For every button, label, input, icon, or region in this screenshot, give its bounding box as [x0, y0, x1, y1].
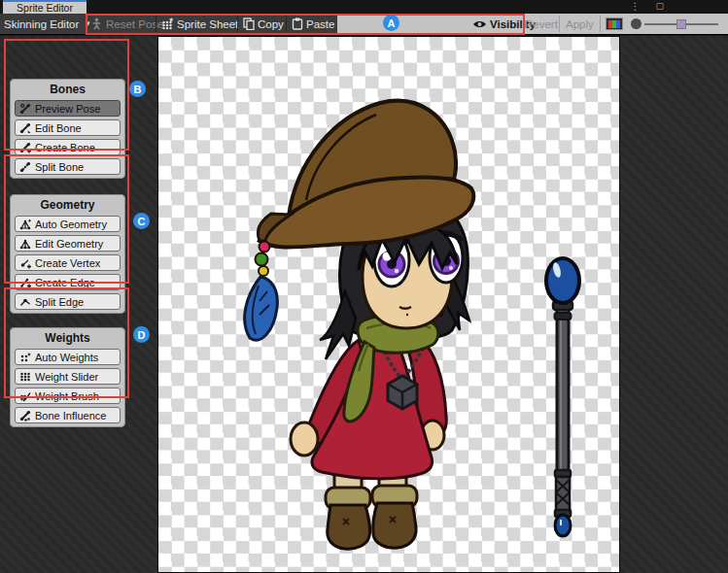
panel-button-label: Edit Bone [35, 122, 82, 134]
preview-pose-icon [19, 103, 31, 115]
copy-button[interactable]: Copy [243, 14, 284, 34]
panel-button-label: Weight Slider [35, 371, 98, 383]
zoom-slider-handle[interactable] [631, 18, 641, 29]
edit-bone-icon [19, 122, 31, 134]
panel-button-edit-geometry[interactable]: Edit Geometry [15, 235, 121, 252]
panel-title-bones: Bones [15, 83, 121, 96]
panel-button-auto-geometry[interactable]: Auto Geometry [15, 216, 121, 232]
skinning-editor-label: Skinning Editor [4, 18, 79, 30]
sprite-sheet-button[interactable]: Sprite Sheet [161, 14, 238, 34]
panel-weights: WeightsAuto WeightsWeight SliderWeight B… [10, 327, 125, 427]
panel-button-bone-influence[interactable]: Bone Influence [15, 407, 121, 423]
toolbar-separator [286, 16, 287, 32]
create-bone-icon [19, 142, 31, 153]
rgb-swatch-icon[interactable] [606, 17, 623, 30]
panel-button-label: Create Edge [35, 277, 95, 288]
panel-geometry: GeometryAuto GeometryEdit GeometryCreate… [10, 194, 125, 314]
toolbar-separator [559, 16, 560, 32]
badge-c: C [133, 213, 150, 229]
panel-button-edit-bone[interactable]: Edit Bone [15, 119, 121, 136]
panel-button-label: Split Edge [35, 296, 84, 308]
sprite-artwork [158, 37, 621, 573]
toolbar-separator [156, 16, 156, 32]
auto-geometry-icon [19, 219, 31, 230]
sprite-canvas[interactable] [157, 36, 620, 573]
panel-button-label: Edit Geometry [35, 238, 103, 250]
panel-title-geometry: Geometry [15, 198, 121, 212]
toolbar-separator [600, 16, 601, 32]
panel-button-label: Bone Influence [35, 410, 106, 421]
panel-button-label: Weight Brush [35, 390, 99, 402]
toolbar-separator [237, 16, 238, 32]
badge-a: A [383, 15, 399, 31]
bone-influence-icon [19, 410, 31, 421]
eye-icon [472, 19, 487, 29]
panel-button-label: Split Bone [35, 161, 84, 173]
create-vertex-icon [19, 257, 31, 269]
toolbar-dark-segment: Skinning Editor ▼ Reset Pose Sprite Shee… [0, 14, 337, 35]
weight-brush-icon [19, 390, 31, 402]
split-edge-icon [19, 296, 31, 308]
panel-button-label: Auto Geometry [35, 219, 107, 230]
panel-button-weight-slider[interactable]: Weight Slider [15, 368, 121, 385]
panel-button-split-edge[interactable]: Split Edge [15, 293, 121, 310]
panel-button-split-bone[interactable]: Split Bone [15, 158, 121, 175]
panel-button-auto-weights[interactable]: Auto Weights [15, 349, 121, 365]
revert-button[interactable]: Revert [525, 14, 558, 34]
apply-button[interactable]: Apply [566, 14, 594, 34]
weight-slider-icon [19, 371, 31, 383]
reset-pose-button[interactable]: Reset Pose [90, 14, 163, 34]
paste-button[interactable]: Paste [292, 14, 334, 34]
split-bone-icon [19, 161, 31, 173]
copy-icon [243, 17, 255, 30]
panel-button-create-bone[interactable]: Create Bone [15, 139, 121, 155]
staff-sprite [546, 258, 579, 536]
paste-icon [292, 17, 303, 30]
panel-button-weight-brush[interactable]: Weight Brush [15, 388, 121, 404]
maximize-icon[interactable]: ▢ [655, 1, 664, 12]
editor-main-area: BonesPreview PoseEdit BoneCreate BoneSpl… [0, 36, 728, 573]
panel-button-create-edge[interactable]: Create Edge [15, 274, 121, 290]
auto-weights-icon [19, 352, 31, 363]
panel-button-label: Auto Weights [35, 352, 98, 363]
badge-b: B [129, 81, 146, 97]
panel-button-create-vertex[interactable]: Create Vertex [15, 254, 121, 271]
skinning-editor-dropdown[interactable]: Skinning Editor ▼ [4, 14, 91, 34]
panel-button-label: Create Vertex [35, 257, 100, 269]
panel-bones: BonesPreview PoseEdit BoneCreate BoneSpl… [10, 79, 125, 179]
panel-title-weights: Weights [15, 331, 121, 345]
reset-pose-icon [90, 17, 103, 30]
badge-d: D [133, 326, 150, 343]
panel-button-preview-pose[interactable]: Preview Pose [15, 100, 121, 117]
kebab-menu-icon[interactable]: ⋮ [630, 1, 640, 12]
edit-geometry-icon [19, 238, 31, 250]
create-edge-icon [19, 277, 31, 288]
title-bar: Sprite Editor ⋮ ▢ [0, 0, 728, 14]
sprite-editor-window: Sprite Editor ⋮ ▢ Skinning Editor ▼ Rese… [0, 0, 728, 573]
alpha-checker-icon [676, 19, 686, 29]
tab-sprite-editor[interactable]: Sprite Editor [3, 0, 87, 14]
character-sprite [245, 101, 474, 549]
panel-button-label: Preview Pose [35, 103, 100, 115]
sprite-sheet-icon [161, 17, 174, 30]
tab-label: Sprite Editor [17, 2, 73, 14]
panel-button-label: Create Bone [35, 142, 95, 153]
